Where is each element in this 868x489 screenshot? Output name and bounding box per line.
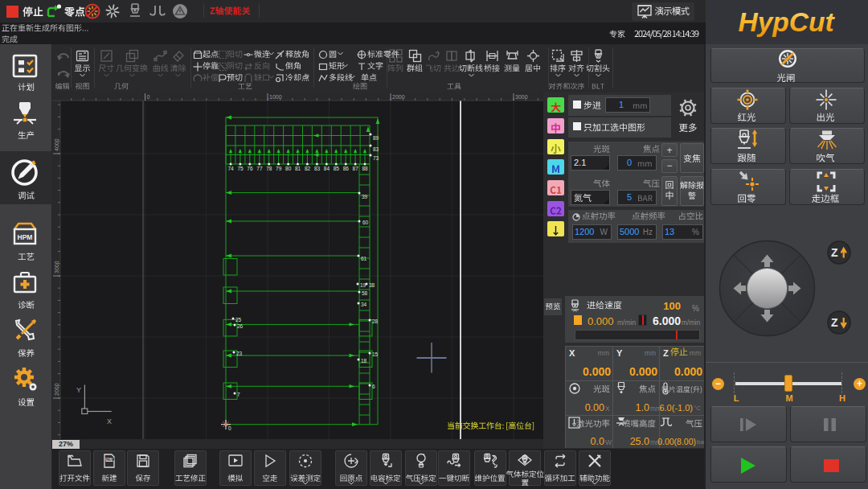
svg-text:74: 74 (228, 166, 235, 171)
svg-text:79: 79 (276, 166, 282, 171)
svg-text:89: 89 (373, 135, 379, 141)
svg-text:82: 82 (305, 166, 311, 171)
svg-text:HypCut: HypCut (738, 7, 835, 37)
svg-text:60: 60 (362, 220, 369, 225)
svg-text:58: 58 (362, 290, 368, 296)
svg-text:26: 26 (237, 323, 244, 329)
svg-text:86: 86 (343, 166, 350, 171)
svg-text:4000: 4000 (54, 138, 59, 151)
svg-text:3000: 3000 (54, 261, 59, 273)
svg-text:28: 28 (372, 318, 379, 324)
svg-text:Z: Z (831, 316, 838, 329)
svg-text:76: 76 (247, 166, 253, 171)
svg-text:78: 78 (266, 166, 272, 171)
svg-text:84: 84 (324, 166, 330, 171)
svg-text:77: 77 (256, 166, 263, 171)
svg-text:87: 87 (353, 166, 359, 171)
svg-text:1000: 1000 (269, 94, 282, 100)
svg-text:83: 83 (373, 146, 379, 152)
svg-text:19: 19 (360, 282, 366, 288)
svg-text:NEW: NEW (106, 458, 115, 462)
svg-text:2000: 2000 (54, 383, 59, 396)
svg-text:80: 80 (285, 166, 292, 171)
svg-text:34: 34 (361, 302, 367, 307)
svg-text:81: 81 (295, 166, 301, 171)
svg-text:0: 0 (147, 94, 150, 100)
svg-text:2000: 2000 (392, 94, 405, 100)
svg-text:38: 38 (369, 282, 375, 288)
svg-text:7: 7 (237, 392, 240, 397)
svg-text:61: 61 (361, 256, 367, 261)
svg-text:73: 73 (373, 155, 379, 161)
svg-text:83: 83 (314, 166, 321, 171)
svg-text:25: 25 (235, 317, 242, 323)
svg-text:39: 39 (362, 194, 368, 199)
svg-text:3000: 3000 (515, 94, 528, 100)
svg-text:Y: Y (76, 386, 81, 394)
svg-text:6: 6 (372, 384, 375, 389)
svg-text:Z: Z (831, 246, 838, 259)
svg-text:18: 18 (361, 358, 367, 364)
svg-text:88: 88 (362, 166, 369, 171)
svg-text:85: 85 (334, 166, 340, 171)
svg-text:HPM: HPM (18, 233, 33, 241)
svg-text:15: 15 (372, 351, 379, 357)
svg-text:X: X (107, 417, 112, 425)
svg-text:23: 23 (236, 351, 243, 356)
svg-text:75: 75 (237, 166, 244, 171)
